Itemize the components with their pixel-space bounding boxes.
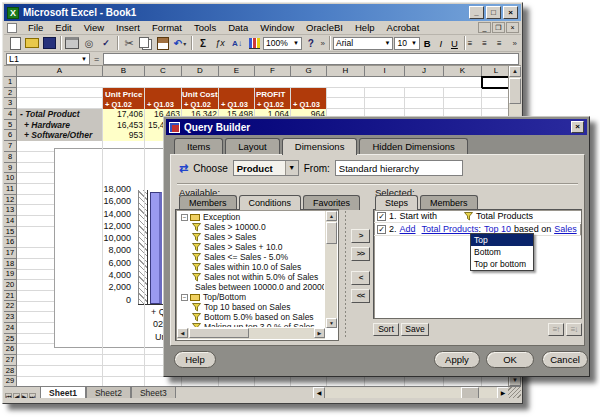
shuttle-button[interactable]: > — [351, 229, 370, 243]
vertical-scroll-thumb[interactable] — [509, 78, 521, 104]
bold-button[interactable]: B — [421, 38, 434, 49]
column-header-H[interactable]: H — [327, 66, 365, 77]
scroll-up-icon[interactable]: ▲ — [326, 211, 337, 221]
close-button[interactable]: × — [503, 6, 518, 19]
row-header-11[interactable]: 11 — [4, 184, 17, 195]
dropdown-option[interactable]: Top or bottom — [471, 258, 533, 270]
apply-button[interactable]: Apply — [434, 351, 480, 368]
row-header-15[interactable]: 15 — [4, 227, 17, 238]
preview-icon[interactable] — [81, 36, 97, 50]
move-step-up-button[interactable]: ≡↑ — [548, 323, 564, 336]
step2-checkbox[interactable]: ✓ — [377, 225, 386, 234]
row-header-28[interactable]: 28 — [4, 366, 17, 377]
tree-hscroll-thumb[interactable] — [189, 328, 249, 338]
row-header-22[interactable]: 22 — [4, 301, 17, 312]
step2-sales-link[interactable]: Sales — [554, 224, 577, 234]
dropdown-option[interactable]: Top — [471, 234, 533, 246]
menu-item[interactable]: Window — [254, 21, 300, 34]
row-header-2[interactable]: 2 — [4, 88, 17, 99]
shuttle-button[interactable]: >> — [351, 247, 370, 261]
row-header-23[interactable]: 23 — [4, 312, 17, 323]
menu-item[interactable]: View — [78, 21, 110, 34]
shuttle-button[interactable]: << — [351, 289, 370, 303]
row-header-5[interactable]: 5 — [4, 120, 17, 131]
step1-checkbox[interactable]: ✓ — [377, 212, 386, 221]
column-header-E[interactable]: E — [219, 66, 255, 77]
autosum-icon[interactable] — [195, 36, 211, 50]
column-header-J[interactable]: J — [405, 66, 444, 77]
font-size-combobox[interactable]: 10 ▼ — [394, 37, 419, 50]
sort-button[interactable]: Sort — [373, 323, 399, 336]
dialog-tab[interactable]: Dimensions — [282, 138, 358, 155]
column-header-A[interactable]: A — [17, 66, 103, 77]
tree-item[interactable]: − Sales > 10000.0 — [178, 222, 324, 232]
help-button[interactable]: Help — [174, 351, 216, 368]
maximize-button[interactable]: □ — [486, 6, 501, 19]
workbook-minimize-button[interactable]: _ — [478, 22, 491, 33]
menu-item[interactable]: Acrobat — [381, 21, 426, 34]
menu-item[interactable]: Format — [146, 21, 188, 34]
italic-button[interactable]: I — [435, 38, 448, 49]
row-header-6[interactable]: 6 — [4, 130, 17, 141]
edit-pencil-icon[interactable]: ✎ — [580, 224, 581, 235]
row-header-25[interactable]: 25 — [4, 334, 17, 345]
tree-item[interactable]: − Top 10 based on Sales — [178, 302, 324, 312]
row-header-14[interactable]: 14 — [4, 216, 17, 227]
tree-item[interactable]: − Exception — [178, 212, 324, 222]
dialog-tab[interactable]: Items — [174, 138, 223, 154]
row-header-19[interactable]: 19 — [4, 269, 17, 280]
row-header-16[interactable]: 16 — [4, 237, 17, 248]
sort-ascending-icon[interactable] — [229, 36, 245, 50]
tree-item[interactable]: − Making up top 3.0 % of Sales — [178, 322, 324, 327]
column-header-F[interactable]: F — [255, 66, 291, 77]
dropdown-option[interactable]: Bottom — [471, 246, 533, 258]
spelling-icon[interactable] — [98, 36, 114, 50]
available-tab[interactable]: Members — [179, 195, 237, 210]
collapse-icon[interactable]: − — [181, 294, 188, 301]
menu-item[interactable]: Tools — [188, 21, 222, 34]
paste-icon[interactable] — [155, 36, 171, 50]
tree-item[interactable]: − Sales <= Sales - 5.0% — [178, 252, 324, 262]
help-icon[interactable] — [303, 36, 319, 50]
underline-button[interactable]: U — [448, 38, 461, 49]
tree-item[interactable]: − Sales not within 5.0% of Sales — [178, 272, 324, 282]
minimize-button[interactable]: _ — [469, 6, 484, 19]
hierarchy-field[interactable] — [335, 160, 463, 176]
select-all-corner[interactable] — [4, 66, 17, 77]
scroll-up-icon[interactable]: ▲ — [509, 66, 521, 77]
column-header-C[interactable]: C — [145, 66, 182, 77]
align-left-button[interactable]: ≡ — [468, 39, 482, 48]
menu-item[interactable]: OracleBI — [300, 21, 349, 34]
dialog-tab[interactable]: Layout — [225, 138, 280, 154]
open-icon[interactable] — [24, 36, 40, 50]
menu-item[interactable]: File — [22, 21, 49, 34]
undo-icon[interactable] — [172, 36, 188, 50]
dialog-close-icon[interactable]: × — [571, 121, 584, 133]
menu-item[interactable]: Help — [349, 21, 381, 34]
tree-item[interactable]: − Bottom 5.0% based on Sales — [178, 312, 324, 322]
row-header-9[interactable]: 9 — [4, 163, 17, 174]
column-header-D[interactable]: D — [182, 66, 219, 77]
row-header-26[interactable]: 26 — [4, 344, 17, 355]
scroll-down-icon[interactable]: ▼ — [326, 318, 337, 328]
menu-item[interactable]: Edit — [49, 21, 77, 34]
dimension-combobox[interactable]: Product ▼ — [233, 160, 299, 176]
row-header-7[interactable]: 7 — [4, 141, 17, 152]
step-row-1[interactable]: ✓ 1. Start with Total Products — [374, 210, 581, 223]
row-header-21[interactable]: 21 — [4, 291, 17, 302]
tree-item[interactable]: − Sales > Sales + 10.0 — [178, 242, 324, 252]
row-header-18[interactable]: 18 — [4, 259, 17, 270]
move-step-down-button[interactable]: ≡↓ — [566, 323, 582, 336]
shuttle-button[interactable]: < — [351, 271, 370, 285]
row-header-10[interactable]: 10 — [4, 173, 17, 184]
collapse-icon[interactable]: − — [181, 214, 188, 221]
dialog-titlebar[interactable]: Query Builder × — [166, 119, 587, 135]
chart-wizard-icon[interactable] — [246, 36, 262, 50]
column-header-G[interactable]: G — [291, 66, 327, 77]
new-icon[interactable] — [7, 36, 23, 50]
workbook-restore-button[interactable]: ❐ — [492, 22, 505, 33]
column-header-K[interactable]: K — [444, 66, 482, 77]
save-button[interactable]: Save — [401, 323, 429, 336]
align-right-button[interactable]: ≡ — [497, 39, 511, 48]
tree-horizontal-scrollbar[interactable]: ◀ ▶ — [177, 328, 325, 339]
